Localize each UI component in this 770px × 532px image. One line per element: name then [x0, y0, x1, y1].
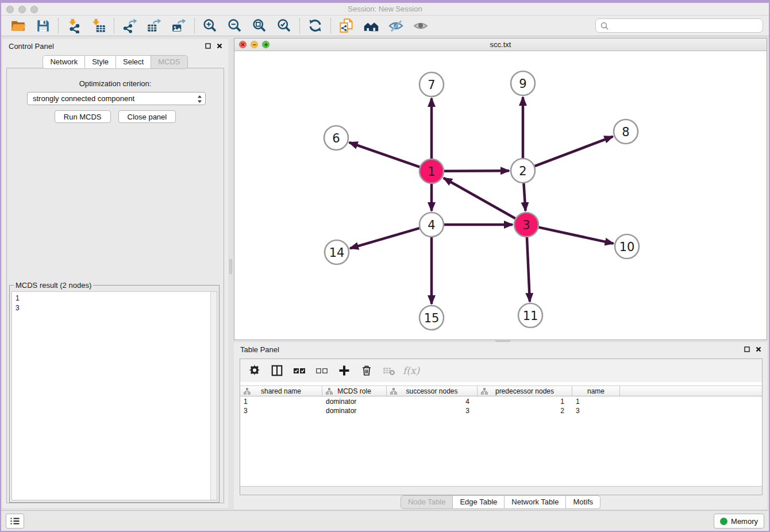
vertical-splitter-handle[interactable] [229, 259, 232, 274]
close-panel-button[interactable]: Close panel [118, 110, 176, 123]
edge-3-10[interactable] [538, 228, 613, 244]
column-header-shared-name[interactable]: shared name [240, 386, 322, 396]
mcds-home-button[interactable] [359, 17, 383, 34]
delete-rows-button[interactable] [358, 363, 375, 379]
column-header-successor-nodes[interactable]: successor nodes [387, 386, 478, 396]
tab-select[interactable]: Select [116, 55, 151, 69]
zoom-in-button[interactable] [198, 17, 222, 34]
export-table-button[interactable] [142, 17, 167, 34]
select-all-button[interactable] [291, 363, 308, 379]
zoom-out-button[interactable] [222, 17, 247, 34]
edge-3-11[interactable] [527, 237, 530, 302]
delete-table-button[interactable] [380, 363, 398, 379]
import-table-icon [91, 18, 106, 33]
search-input[interactable] [612, 21, 758, 30]
table-cell[interactable]: 3 [572, 406, 620, 415]
table-cell[interactable]: 1 [572, 397, 620, 406]
network-canvas[interactable]: 7968124314101511 [234, 51, 767, 340]
tab-network[interactable]: Network [43, 55, 85, 69]
column-header-predecessor-nodes[interactable]: predecessor nodes [478, 386, 572, 396]
table-cell[interactable]: 2 [478, 406, 572, 415]
table-row[interactable]: 1dominator411 [240, 397, 762, 406]
table-cell[interactable]: dominator [322, 397, 387, 406]
function-builder-button[interactable]: f(x) [403, 363, 419, 379]
search-box[interactable] [595, 18, 763, 33]
toolbar-separator [58, 18, 59, 33]
toolbar-separator [194, 18, 195, 33]
import-network-button[interactable] [61, 17, 86, 34]
tree-column-icon [244, 388, 251, 395]
titlebar: Session: New Session [1, 3, 769, 16]
show-all-button[interactable] [408, 17, 433, 34]
eye-slash-icon [388, 18, 404, 34]
tab-style[interactable]: Style [84, 55, 116, 69]
zoom-selected-button[interactable] [272, 17, 297, 34]
tab-mcds[interactable]: MCDS [151, 55, 187, 69]
export-network-button[interactable] [117, 17, 142, 34]
tab-edge-table[interactable]: Edge Table [452, 495, 505, 509]
edge-1-2[interactable] [444, 171, 509, 171]
criterion-dropdown[interactable]: strongly connected component [27, 92, 206, 105]
table-cell[interactable]: 1 [240, 397, 322, 406]
edge-3-1[interactable] [444, 178, 515, 218]
close-table-panel-icon[interactable] [756, 346, 761, 352]
table-cell[interactable]: 1 [478, 397, 572, 406]
export-network-icon [122, 18, 137, 33]
table-hscrollbar-track[interactable] [240, 486, 762, 495]
float-table-panel-icon[interactable] [744, 346, 750, 352]
tab-motifs[interactable]: Motifs [565, 495, 600, 509]
table-cell[interactable]: 4 [387, 397, 478, 406]
node-label-11: 11 [523, 309, 538, 323]
add-row-button[interactable] [336, 363, 353, 379]
edge-2-3[interactable] [523, 183, 525, 211]
tab-network-table[interactable]: Network Table [504, 495, 566, 509]
result-scrollbar[interactable] [210, 292, 217, 500]
node-label-6: 6 [332, 132, 340, 145]
dropdown-stepper-icon [197, 95, 202, 105]
gear-icon [248, 364, 261, 377]
zoom-out-icon [227, 18, 242, 33]
show-columns-button[interactable] [268, 363, 286, 379]
tab-node-table[interactable]: Node Table [401, 495, 453, 509]
table-row[interactable]: 3dominator323 [240, 406, 762, 415]
unselect-all-button[interactable] [313, 363, 330, 379]
clone-network-button[interactable] [334, 17, 359, 34]
float-panel-icon[interactable] [205, 43, 211, 49]
column-header-MCDS-role[interactable]: MCDS role [322, 386, 387, 396]
table-settings-button[interactable] [246, 363, 263, 379]
mcds-result-textarea[interactable]: 1 3 [11, 291, 217, 500]
network-graph[interactable]: 7968124314101511 [234, 51, 767, 340]
open-session-button[interactable] [6, 17, 30, 34]
close-panel-icon[interactable] [217, 43, 222, 49]
edge-2-8[interactable] [535, 137, 613, 167]
refresh-network-button[interactable] [303, 17, 328, 34]
export-table-icon [147, 18, 162, 33]
run-mcds-button[interactable]: Run MCDS [55, 110, 111, 123]
node-label-14: 14 [329, 246, 345, 260]
table-cell[interactable]: 3 [240, 406, 322, 415]
network-window-titlebar[interactable]: scc.txt [234, 38, 767, 51]
criterion-dropdown-value: strongly connected component [33, 94, 134, 103]
import-network-icon [67, 18, 82, 33]
hide-selected-button[interactable] [383, 17, 408, 34]
zoom-fit-button[interactable] [247, 17, 272, 34]
memory-label: Memory [731, 517, 758, 526]
edge-1-6[interactable] [349, 142, 420, 167]
memory-button[interactable]: Memory [714, 514, 764, 529]
column-header-name[interactable]: name [572, 386, 620, 396]
import-table-button[interactable] [86, 17, 111, 34]
list-icon [10, 517, 20, 525]
table-cell[interactable]: 3 [387, 406, 478, 415]
export-image-button[interactable] [167, 17, 191, 34]
main-toolbar [1, 16, 769, 36]
task-history-button[interactable] [6, 514, 24, 529]
save-session-button[interactable] [30, 17, 55, 34]
table-cell[interactable]: dominator [322, 406, 387, 415]
memory-status-dot [720, 518, 727, 525]
table-panel-title: Table Panel [240, 345, 279, 354]
edge-4-14[interactable] [350, 228, 419, 248]
status-bar: Memory [1, 510, 769, 531]
app-window: Session: New Session [1, 3, 769, 531]
node-label-3: 3 [522, 218, 530, 232]
eye-icon [413, 18, 429, 34]
